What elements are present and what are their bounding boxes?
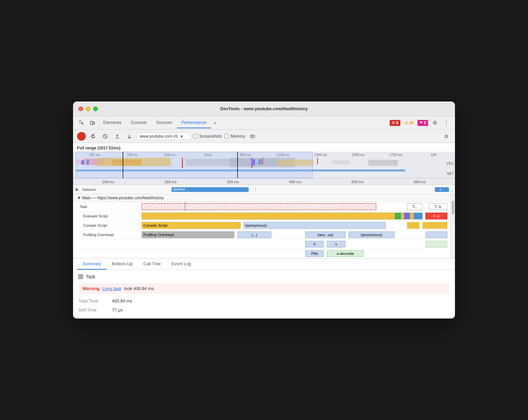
devtools-content: Full range (1917.51ms) 199 ms 399 ms 599… xyxy=(73,143,455,319)
tab-summary[interactable]: Summary xyxy=(77,259,107,270)
profiling-anus: (ano...us) xyxy=(305,231,345,238)
phb-bar: Phb xyxy=(305,250,324,257)
eval-green xyxy=(395,213,401,219)
memory-checkbox[interactable] xyxy=(224,134,229,138)
timeline-overview[interactable]: 199 ms 399 ms 599 ms 7‖ms 999 ms 1199 ms… xyxy=(73,152,455,179)
overview-selection[interactable] xyxy=(76,152,313,178)
phb-content: Phb a.decorate xyxy=(142,249,450,258)
scrollbar-thumb[interactable] xyxy=(452,201,454,214)
errors-badge: ✕ 8 xyxy=(390,120,400,126)
tab-elements[interactable]: Elements xyxy=(98,117,126,128)
main-toolbar: Elements Console Sources Performance » ✕… xyxy=(73,116,455,130)
evaluate-bar xyxy=(142,213,413,219)
svg-rect-23 xyxy=(317,158,318,164)
memory-icon-button[interactable] xyxy=(248,132,257,141)
screenshots-checkbox-group: Screenshots xyxy=(193,134,222,139)
upload-button[interactable] xyxy=(113,132,122,141)
cursor-in-task xyxy=(185,202,185,211)
task-right-2: T...k xyxy=(429,203,447,210)
flame-scrollbar[interactable] xyxy=(450,194,455,258)
svg-rect-17 xyxy=(332,160,350,164)
close-button[interactable] xyxy=(78,107,83,111)
screenshots-label: Screenshots xyxy=(199,134,222,139)
svg-rect-0 xyxy=(79,121,81,123)
network-bar-1: identifier ... xyxy=(172,187,249,192)
warning-icon: ⚠ xyxy=(404,121,408,125)
tab-bottom-up[interactable]: Bottom-Up xyxy=(107,259,138,270)
evaluate-label: Evaluate Script xyxy=(73,211,142,220)
bottom-tabs: Summary Bottom-Up Call Tree Event Log Ta… xyxy=(73,258,455,319)
total-time-value: 400.84 ms xyxy=(112,298,132,303)
tab-bar: Elements Console Sources Performance » xyxy=(98,117,388,128)
profiling-content: Profiling Overhead (...) (ano...us) (ano… xyxy=(142,230,450,239)
compile-anon: (anonymous) xyxy=(244,222,386,229)
minimize-button[interactable] xyxy=(86,107,90,111)
record-button[interactable] xyxy=(77,132,86,141)
evaluate-content: F...k xyxy=(142,211,450,220)
tab-console[interactable]: Console xyxy=(126,117,151,128)
compile-right-yellow2 xyxy=(407,222,419,229)
v-row[interactable]: V v xyxy=(73,239,450,249)
warnings-badge: ⚠ 20 xyxy=(402,120,415,126)
tab-sources[interactable]: Sources xyxy=(151,117,177,128)
cpu-label: CPU xyxy=(447,162,454,165)
url-selector[interactable]: www.youtube.com #1 ▾ xyxy=(137,133,190,140)
memory-checkbox-group: Memory xyxy=(224,134,245,139)
performance-settings-button[interactable]: ⚙ xyxy=(442,132,451,141)
more-tabs-button[interactable]: » xyxy=(211,119,219,127)
profiling-row[interactable]: Profiling Overhead Profiling Overhead (.… xyxy=(73,230,450,239)
phb-row[interactable]: Phb a.decorate xyxy=(73,249,450,258)
settings-button[interactable]: ⚙ xyxy=(430,118,440,128)
tab-call-tree[interactable]: Call Tree xyxy=(138,259,166,270)
task-label: Task xyxy=(73,202,142,211)
cursor-line-2 xyxy=(237,152,238,178)
download-button[interactable] xyxy=(125,132,134,141)
tab-event-log[interactable]: Event Log xyxy=(166,259,197,270)
more-options-button[interactable]: ⋮ xyxy=(442,118,451,128)
evaluate-row[interactable]: Evaluate Script F...k xyxy=(73,211,450,221)
summary-panel: Task Warning Long task took 400.84 ms. T… xyxy=(73,270,455,319)
main-thread-header: ▼ Main — https://www.youtube.com/feed/hi… xyxy=(73,194,450,202)
self-time-label: Self Time xyxy=(78,307,112,312)
screenshots-checkbox[interactable] xyxy=(193,134,197,138)
compile-right-yellow xyxy=(422,222,447,229)
evaluate-right: F...k xyxy=(425,213,447,219)
task-right-1: T... xyxy=(407,203,422,210)
eval-blue xyxy=(413,213,423,219)
profiling-right-1 xyxy=(425,231,447,238)
svg-rect-2 xyxy=(93,122,94,124)
issues-icon: ⚑ xyxy=(419,121,423,125)
clear-button[interactable] xyxy=(101,132,110,141)
device-toggle-button[interactable] xyxy=(88,118,97,128)
svg-point-3 xyxy=(80,135,83,138)
svg-rect-18 xyxy=(369,160,398,166)
v-content: V v xyxy=(142,239,450,249)
profiling-dots: (...) xyxy=(238,231,271,238)
long-task-link[interactable]: Long task xyxy=(103,286,121,291)
task-bar-hatched xyxy=(142,203,376,210)
tab-performance[interactable]: Performance xyxy=(177,117,211,128)
svg-line-5 xyxy=(104,135,106,137)
network-label: Network xyxy=(82,188,96,192)
inspect-element-button[interactable] xyxy=(77,118,86,128)
task-row[interactable]: Task T... T...k xyxy=(73,202,450,211)
task-content: T... T...k xyxy=(142,202,450,211)
self-time-value: 77 μs xyxy=(112,307,123,312)
network-tick xyxy=(256,188,256,191)
reload-and-record-button[interactable] xyxy=(88,132,98,141)
traffic-lights xyxy=(78,107,98,111)
network-expand-icon[interactable]: ▶ xyxy=(76,187,78,192)
warning-row: Warning Long task took 400.84 ms. xyxy=(78,283,450,294)
task-title-row: Task xyxy=(78,274,450,279)
eval-purple xyxy=(404,213,410,219)
window-title: DevTools - www.youtube.com/feed/history xyxy=(220,106,308,111)
v-right xyxy=(425,241,447,248)
maximize-button[interactable] xyxy=(93,107,98,111)
adecorate-bar: a.decorate xyxy=(327,250,364,257)
flame-main: ▼ Main — https://www.youtube.com/feed/hi… xyxy=(73,194,450,258)
toolbar-right: ✕ 8 ⚠ 20 ⚑ 6 ⚙ ⋮ xyxy=(390,118,451,128)
phb-left-space xyxy=(73,249,142,258)
flame-section: ▼ Main — https://www.youtube.com/feed/hi… xyxy=(73,194,455,258)
warning-text: took 400.84 ms. xyxy=(124,286,155,291)
compile-row[interactable]: Compile Script Compile Script (anonymous… xyxy=(73,221,450,230)
